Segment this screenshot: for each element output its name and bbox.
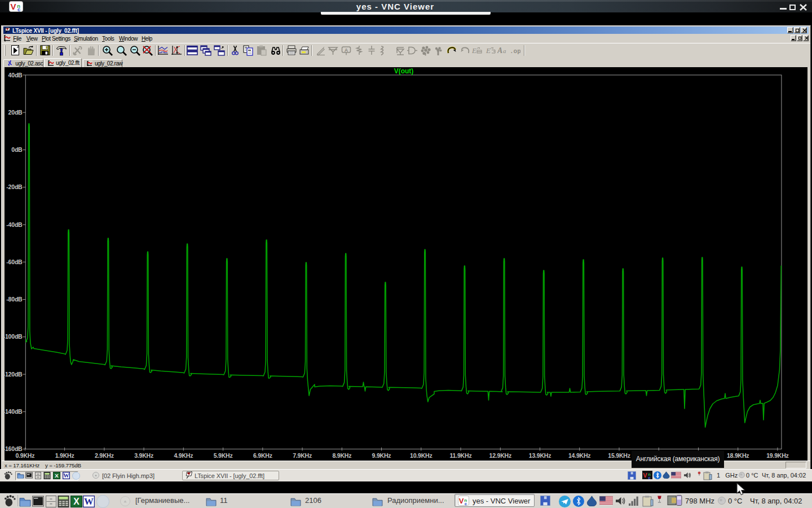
svg-text:0.9KHz: 0.9KHz <box>15 452 34 459</box>
svg-text:-100dB: -100dB <box>3 333 23 340</box>
svg-text:c: c <box>465 501 467 506</box>
svg-text:20dB: 20dB <box>8 109 23 116</box>
svg-text:-60dB: -60dB <box>6 259 23 265</box>
svg-text:-20dB: -20dB <box>6 183 23 190</box>
svg-text:14.9KHz: 14.9KHz <box>568 452 590 459</box>
svg-text:V(out): V(out) <box>394 67 414 75</box>
svg-text:10.9KHz: 10.9KHz <box>410 452 432 459</box>
svg-text:19.9KHz: 19.9KHz <box>766 452 788 459</box>
svg-text:X: X <box>73 497 80 506</box>
svg-text:13.9KHz: 13.9KHz <box>529 452 551 459</box>
svg-text:7.9KHz: 7.9KHz <box>293 452 312 459</box>
svg-text:-120dB: -120dB <box>3 371 23 378</box>
svg-text:W: W <box>84 496 94 507</box>
svg-text:6.9KHz: 6.9KHz <box>253 452 272 459</box>
svg-text:-40dB: -40dB <box>6 221 23 228</box>
svg-text:-80dB: -80dB <box>6 296 23 303</box>
svg-text:V: V <box>459 497 464 505</box>
svg-text:5.9KHz: 5.9KHz <box>214 452 233 459</box>
svg-text:W: W <box>63 472 69 479</box>
svg-text:V: V <box>643 472 647 479</box>
svg-text:X: X <box>55 472 59 479</box>
svg-text:18.9KHz: 18.9KHz <box>727 452 749 459</box>
svg-text:9.9KHz: 9.9KHz <box>372 452 391 459</box>
svg-text:2.9KHz: 2.9KHz <box>95 452 114 459</box>
svg-text:-140dB: -140dB <box>3 408 23 415</box>
svg-text:15.9KHz: 15.9KHz <box>608 452 630 459</box>
svg-text:8.9KHz: 8.9KHz <box>332 452 351 459</box>
svg-text:4.9KHz: 4.9KHz <box>174 452 193 459</box>
svg-text:40dB: 40dB <box>8 72 23 78</box>
svg-text:0dB: 0dB <box>11 146 23 153</box>
svg-text:-160dB: -160dB <box>3 445 23 452</box>
svg-text:c: c <box>648 475 650 480</box>
svg-text:11.9KHz: 11.9KHz <box>450 452 472 459</box>
svg-text:12.9KHz: 12.9KHz <box>489 452 511 459</box>
svg-text:1.9KHz: 1.9KHz <box>55 452 74 459</box>
svg-text:3.9KHz: 3.9KHz <box>134 452 153 459</box>
